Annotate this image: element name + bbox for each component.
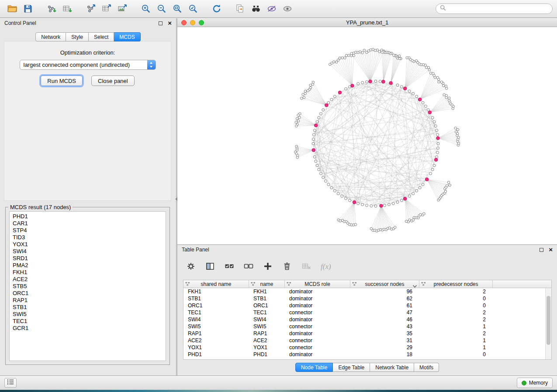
- result-item[interactable]: YOX1: [10, 241, 166, 248]
- duplicate-network-icon: [235, 3, 246, 14]
- table-cell-shared-name: ACE2: [183, 337, 249, 344]
- table-row[interactable]: ACE2ACE2connector311: [183, 337, 545, 344]
- mcds-result-list[interactable]: PHD1CAR1STP4TID3YOX1SWI4SRD1PMA2FKH1ACE2…: [9, 211, 166, 361]
- zoom-out-button[interactable]: [154, 2, 170, 16]
- tab-network[interactable]: Network: [35, 32, 66, 41]
- result-item[interactable]: STB1: [10, 304, 166, 311]
- table-row[interactable]: SWI4SWI4dominator462: [183, 316, 545, 323]
- column-header-predecessor-nodes[interactable]: predecessor nodes: [419, 280, 493, 288]
- result-item[interactable]: TID3: [10, 234, 166, 241]
- duplicate-network-button[interactable]: [232, 2, 248, 16]
- table-row[interactable]: RAP1RAP1dominator352: [183, 330, 545, 337]
- table-cell-successor-nodes: 43: [350, 323, 419, 330]
- export-network-button[interactable]: [83, 2, 99, 16]
- zoom-fit-button[interactable]: [170, 2, 185, 16]
- refresh-layout-button[interactable]: [209, 2, 225, 16]
- table-panel-header: Table Panel ×: [177, 245, 557, 254]
- float-panel-icon[interactable]: [159, 21, 163, 25]
- table-panel-title: Table Panel: [182, 247, 209, 253]
- search-box: [436, 3, 553, 14]
- close-panel-icon[interactable]: ×: [168, 21, 172, 26]
- network-canvas[interactable]: [177, 27, 557, 244]
- import-table-button[interactable]: [59, 2, 75, 16]
- tab-motifs[interactable]: Motifs: [414, 363, 439, 372]
- run-mcds-button[interactable]: Run MCDS: [41, 76, 83, 86]
- toolbar-group: [209, 2, 225, 16]
- status-bar: Memory: [0, 375, 557, 390]
- table-row[interactable]: PHD1PHD1dominator180: [183, 351, 545, 358]
- result-item[interactable]: ACE2: [10, 276, 166, 283]
- search-input[interactable]: [448, 6, 548, 12]
- node-table: shared name name MCDS role successo: [183, 280, 552, 360]
- hide-graphics-eye-button[interactable]: [264, 2, 280, 16]
- tab-network-table[interactable]: Network Table: [370, 363, 414, 372]
- table-cell-predecessor-nodes: 2: [419, 316, 493, 323]
- show-graphics-eye-button[interactable]: [280, 2, 295, 16]
- add-entry-button[interactable]: [263, 261, 273, 272]
- result-item[interactable]: GCR1: [10, 325, 166, 332]
- result-item[interactable]: PHD1: [10, 213, 166, 220]
- search-binoculars-button[interactable]: [248, 2, 264, 16]
- close-panel-button[interactable]: Close panel: [91, 76, 135, 86]
- table-cell-successor-nodes: 29: [350, 344, 419, 351]
- tab-edge-table[interactable]: Edge Table: [333, 363, 370, 372]
- result-item[interactable]: RAP1: [10, 297, 166, 304]
- table-scrollbar[interactable]: [545, 288, 551, 359]
- import-network-button[interactable]: [44, 2, 59, 16]
- select-all-rows-button[interactable]: [225, 261, 234, 272]
- function-builder-button[interactable]: f(x): [321, 262, 331, 271]
- open-session-button[interactable]: [4, 2, 20, 16]
- table-cell-predecessor-nodes: 1: [419, 344, 493, 351]
- scrollbar-thumb[interactable]: [547, 296, 550, 345]
- network-titlebar: YPA_prune.txt_1: [177, 18, 557, 27]
- table-row[interactable]: TEC1TEC1connector472: [183, 309, 545, 316]
- table-row[interactable]: YOX1YOX1connector291: [183, 344, 545, 351]
- column-header-mcds-role[interactable]: MCDS role: [285, 280, 350, 288]
- result-item[interactable]: STB5: [10, 283, 166, 290]
- tab-mcds[interactable]: MCDS: [114, 32, 140, 41]
- table-cell-successor-nodes: 62: [350, 295, 419, 302]
- memory-button[interactable]: Memory: [517, 378, 553, 388]
- table-row[interactable]: FKH1FKH1dominator962: [183, 288, 545, 295]
- panel-menu-button[interactable]: [4, 378, 17, 388]
- column-header-shared-name[interactable]: shared name: [183, 280, 249, 288]
- float-table-panel-icon[interactable]: [540, 248, 543, 252]
- table-row[interactable]: ORC1ORC1dominator610: [183, 302, 545, 309]
- delete-entry-button[interactable]: [282, 261, 292, 272]
- result-item[interactable]: CAR1: [10, 220, 166, 227]
- result-item[interactable]: SWI4: [10, 248, 166, 255]
- table-cell-name: SWI5: [249, 323, 285, 330]
- export-table-button[interactable]: [99, 2, 114, 16]
- table-row[interactable]: SWI5SWI5connector431: [183, 323, 545, 330]
- zoom-in-button[interactable]: [138, 2, 154, 16]
- save-session-button[interactable]: [20, 2, 36, 16]
- memory-status-icon: [522, 381, 526, 385]
- result-item[interactable]: SWI5: [10, 311, 166, 318]
- dropdown-stepper-icon: [147, 60, 156, 70]
- column-header-name[interactable]: name: [249, 280, 285, 288]
- result-item[interactable]: STP4: [10, 227, 166, 234]
- close-table-panel-icon[interactable]: ×: [549, 247, 553, 252]
- clear-table-button[interactable]: [301, 261, 311, 272]
- result-item[interactable]: FKH1: [10, 269, 166, 276]
- export-image-button[interactable]: [114, 2, 130, 16]
- result-item[interactable]: SRD1: [10, 255, 166, 262]
- toggle-columns-button[interactable]: [205, 261, 215, 272]
- result-item[interactable]: TEC1: [10, 318, 166, 325]
- table-cell-shared-name: RAP1: [183, 330, 249, 337]
- toolbar-group: [232, 2, 295, 16]
- result-item[interactable]: ORC1: [10, 290, 166, 297]
- tab-style[interactable]: Style: [66, 32, 89, 41]
- tab-node-table[interactable]: Node Table: [295, 363, 333, 372]
- zoom-selected-button[interactable]: [185, 2, 201, 16]
- table-settings-gear-button[interactable]: [186, 261, 196, 272]
- criterion-dropdown[interactable]: largest connected component (undirected): [20, 60, 156, 70]
- table-row[interactable]: STB1STB1dominator620: [183, 295, 545, 302]
- result-item[interactable]: PMA2: [10, 262, 166, 269]
- table-cell-mcds-role: connector: [285, 309, 350, 316]
- deselect-all-rows-button[interactable]: [244, 261, 253, 272]
- import-table-icon: [62, 3, 73, 14]
- column-type-icon: [421, 282, 426, 288]
- tab-select[interactable]: Select: [89, 32, 114, 41]
- column-header-successor-nodes[interactable]: successor nodes: [350, 280, 419, 288]
